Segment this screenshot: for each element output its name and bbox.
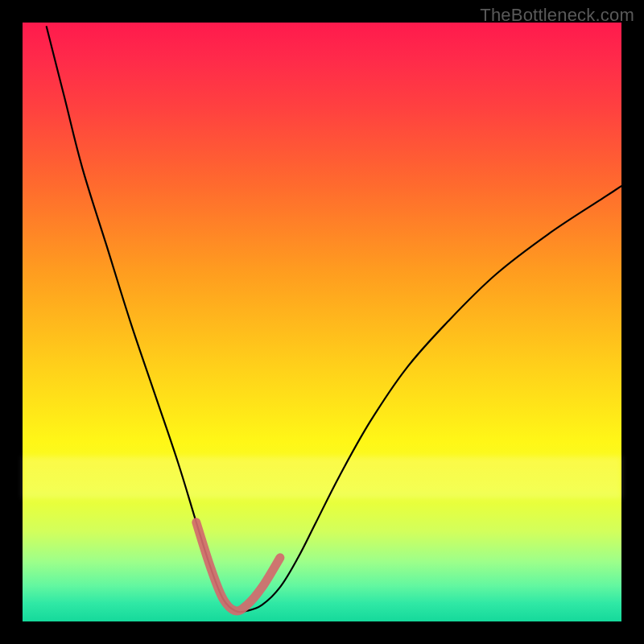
plot-area — [23, 23, 621, 621]
bottleneck-curve — [47, 27, 621, 612]
valley-highlight — [196, 522, 280, 611]
curve-layer — [23, 23, 621, 621]
chart-container: TheBottleneck.com — [0, 0, 644, 644]
